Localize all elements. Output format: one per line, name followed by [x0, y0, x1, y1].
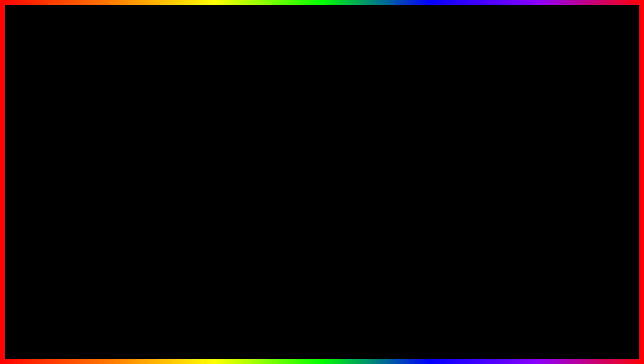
thumbs-up-icon: 👍	[522, 163, 527, 168]
rating-value: 91%	[529, 163, 537, 168]
eye-right	[367, 239, 373, 243]
mm2-eggs-farm-row: Eggs Farm	[155, 167, 217, 177]
teleports-label: Teleports	[59, 96, 75, 100]
players-value: 115.1K	[549, 163, 563, 168]
game-card-title: MM2: Egg Hunt	[522, 156, 606, 162]
section-title: Autofarm	[93, 94, 187, 100]
timer-text: Hours: 0 Minutes: 0 Seconds: 7	[93, 107, 187, 111]
sidebar-item-localplayer[interactable]: 👤 LocalPlayer	[49, 123, 89, 133]
sidebar-item-settings[interactable]: ⚙ Settings	[49, 163, 89, 173]
mm2-eggs-farm-label: Eggs Farm	[158, 169, 180, 174]
bunny-legs-container	[343, 287, 386, 303]
sidebar-item-combat[interactable]: 👤 Combat	[49, 103, 89, 113]
xp-farm-label: XP Farm	[93, 179, 109, 184]
sidebar-item-autofarm[interactable]: ⊙ Autofarm	[49, 143, 89, 153]
bunny-leg-right	[365, 287, 380, 303]
mm2-eggs-checkbox[interactable]	[208, 169, 213, 174]
panel-title-bar: Lunar Hub - MM2: Egg Hunt	[49, 81, 191, 90]
bottom-script-text: SCRIPT	[274, 324, 378, 353]
autofarm-icon: ⊙	[52, 146, 57, 150]
toggles-icon: ≡	[52, 136, 57, 140]
coin-toggle-inner	[179, 123, 183, 127]
autofarm-label: Autofarm	[59, 146, 75, 150]
title-container: MURDER MYSTERY 2	[0, 6, 644, 52]
bottom-text-container: EGG HUNT SCRIPT PASTEBIN	[0, 323, 644, 354]
flower-2	[140, 294, 147, 311]
mobile-farm-label: Mobile Coin Auto Farm	[93, 132, 134, 136]
elite-icon: 🖥	[52, 156, 57, 160]
svg-point-13	[579, 108, 582, 112]
game-card: MM2: Egg Hunt 👍 91% 👤 115.1K	[517, 92, 611, 172]
select-crate-label: Select Crate	[93, 171, 115, 176]
anti-afk-cursor-icon: ▶	[161, 192, 164, 197]
talk-label: Talk	[360, 222, 369, 227]
mm2-anti-afk-label: Anti AFK	[166, 192, 184, 197]
panel-sidebar: ⊕ Teleports 👤 Combat ◈ Main 👤 LocalPlaye…	[49, 90, 89, 217]
mm2-title-text: MM2	[158, 150, 169, 155]
char-leg-right	[324, 274, 334, 294]
easter-toggle-inner	[179, 114, 183, 118]
status-text: Autofarm Status: Waiting	[93, 102, 187, 106]
window-right	[446, 60, 480, 87]
mm2-yt-credit: YT: Tora IsMe	[174, 204, 198, 209]
char-arm-right	[335, 251, 341, 270]
main-label: Main	[59, 116, 68, 120]
farm-row-mobile: Mobile Coin Auto Farm	[93, 130, 187, 139]
char-head	[312, 232, 333, 251]
bottom-pastebin-text: PASTEBIN	[386, 324, 528, 353]
svg-point-7	[567, 128, 571, 132]
title-number: 2	[510, 7, 534, 51]
sidebar-item-toggles[interactable]: ≡ Toggles	[49, 133, 89, 143]
farm-row-easter: Easter Auto Farm	[93, 112, 187, 121]
easter-toggle[interactable]	[178, 113, 187, 119]
players-stat: 👤 115.1K	[543, 163, 563, 168]
mobile-toggle-inner	[179, 132, 183, 136]
combat-icon: 👤	[52, 106, 57, 110]
title-main: MURDER MYSTERY	[111, 7, 509, 51]
farm-row-crate: Crate Auto Farm	[93, 139, 187, 148]
f-key-badge: F	[349, 228, 360, 239]
mm2-egg-hunt-arrow: ▼	[210, 160, 213, 164]
bunny-leg-left	[349, 287, 364, 303]
mm2-invisible-button[interactable]: ▶ Invisible	[158, 178, 214, 188]
sidebar-item-main[interactable]: ◈ Main	[49, 113, 89, 123]
main-icon: ◈	[52, 116, 57, 120]
coin-farm-label: Coin Auto Farm	[93, 123, 121, 127]
char-leg-left	[311, 274, 322, 294]
coin-toggle[interactable]	[178, 122, 187, 128]
crate-toggle[interactable]	[178, 140, 187, 146]
char-hair-top	[313, 232, 332, 240]
crate-toggle-inner	[179, 141, 183, 145]
sidebar-item-elite[interactable]: 🖥 Elite	[49, 153, 89, 163]
bunny-character: Talk F	[343, 222, 386, 302]
localplayer-icon: 👤	[52, 126, 57, 130]
teleports-icon: ⊕	[52, 96, 57, 100]
mm2-title-bar: MM2 ▼	[155, 148, 217, 158]
mobile-toggle[interactable]	[178, 131, 187, 137]
mm2-invisible-label: Invisible	[166, 181, 183, 186]
mm2-anti-afk-button[interactable]: ▶ Anti AFK	[158, 190, 214, 199]
toggles-label: Toggles	[59, 136, 73, 140]
bunny-torso	[346, 255, 383, 287]
game-card-image	[519, 93, 609, 153]
mm2-arrow-icon: ▼	[210, 151, 213, 155]
stone-4	[391, 293, 423, 306]
svg-point-5	[561, 113, 567, 119]
mm2-panel: MM2 ▼ Egg Hunt ▼ Eggs Farm ▶ Invisible ▶…	[154, 147, 218, 212]
flower-1	[127, 294, 133, 311]
svg-point-12	[576, 104, 579, 108]
players-icon: 👤	[543, 163, 548, 168]
sidebar-item-teleports[interactable]: ⊕ Teleports	[49, 93, 89, 103]
character-group: Talk F	[306, 222, 386, 302]
game-card-info: MM2: Egg Hunt 👍 91% 👤 115.1K	[519, 153, 609, 171]
settings-icon: ⚙	[52, 166, 57, 170]
char-legs-container	[306, 274, 339, 294]
game-card-stats: 👍 91% 👤 115.1K	[522, 163, 606, 168]
crate-farm-label: Crate Auto Farm	[93, 141, 122, 145]
f-key-label: F	[353, 230, 357, 237]
bottom-egg-text: EGG HUNT	[117, 324, 266, 353]
eye-left	[354, 239, 360, 243]
bunny-belly	[354, 260, 374, 280]
svg-point-9	[543, 103, 555, 117]
stone-5	[283, 310, 312, 325]
